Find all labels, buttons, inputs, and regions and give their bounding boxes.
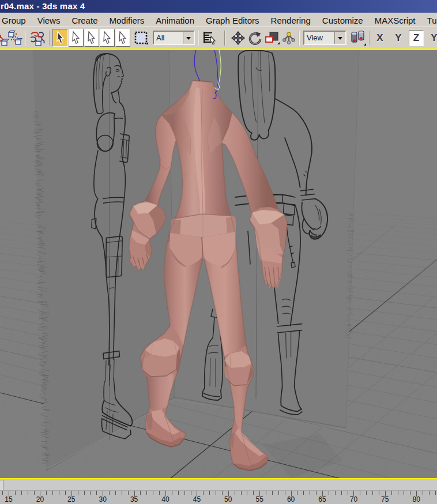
frame-tick — [278, 491, 279, 495]
viewport-scene — [0, 48, 437, 479]
menu-item-graph-editors[interactable]: Graph Editors — [200, 14, 265, 27]
menu-item-tu[interactable]: Tu — [421, 14, 437, 27]
frame-tick — [21, 491, 22, 495]
frame-tick — [216, 491, 216, 495]
active-viewport-border-top — [0, 48, 437, 50]
cursor-flyout-icon-2[interactable] — [84, 29, 99, 47]
bind-to-space-warp-icon[interactable] — [28, 29, 47, 47]
reference-coordinate-system-dropdown-button[interactable] — [334, 32, 345, 44]
select-object-cursor-icon[interactable] — [52, 29, 68, 47]
menu-item-views[interactable]: Views — [32, 14, 66, 27]
cursor-flyout-icon-4[interactable] — [115, 29, 130, 47]
frame-tick — [241, 491, 242, 495]
frame-number-label: 35 — [130, 495, 138, 503]
restrict-to-plane-label: Y — [431, 32, 437, 44]
toolbar-separator — [224, 31, 225, 46]
frame-tick — [178, 491, 179, 495]
frame-tick — [272, 491, 273, 495]
frame-tick — [435, 491, 436, 495]
selection-filter-dropdown-button[interactable] — [183, 32, 194, 44]
frame-number-label: 15 — [5, 495, 12, 503]
restrict-to-x-button[interactable]: X — [372, 30, 387, 46]
frame-number-label: 60 — [287, 495, 295, 503]
cursor-flyout-icon-1[interactable] — [69, 29, 84, 47]
frame-tick — [59, 491, 59, 495]
frame-tick — [52, 491, 53, 495]
frame-number-label: 80 — [413, 495, 420, 503]
select-and-scale-icon[interactable] — [263, 29, 281, 47]
selection-filter-value: All — [154, 32, 183, 44]
frame-number-label: 70 — [350, 495, 357, 503]
restrict-to-z-button[interactable]: Z — [409, 30, 424, 46]
frame-tick — [78, 491, 78, 495]
rectangular-selection-region-icon[interactable] — [133, 29, 150, 47]
main-toolbar: All — [0, 27, 437, 48]
frame-tick — [429, 491, 430, 495]
select-and-move-icon[interactable] — [230, 29, 246, 47]
frame-tick — [348, 491, 348, 495]
menu-item-create[interactable]: Create — [66, 14, 103, 27]
window-title-bar[interactable]: r04.max - 3ds max 4 — [0, 0, 437, 13]
frame-tick — [65, 491, 66, 495]
frame-number-label: 50 — [224, 495, 232, 503]
time-slider-strip[interactable] — [0, 479, 437, 490]
frame-tick — [285, 491, 285, 495]
select-and-manipulate-icon[interactable] — [281, 29, 296, 47]
track-bar-ruler[interactable]: 1520253035404550556065707580 — [0, 490, 437, 504]
frame-tick — [2, 491, 3, 495]
frame-tick — [115, 491, 116, 495]
menu-item-rendering[interactable]: Rendering — [265, 14, 317, 27]
active-viewport-border-bottom — [0, 478, 437, 479]
toolbar-separator — [198, 31, 199, 46]
frame-number-label: 45 — [193, 495, 201, 503]
frame-tick — [297, 491, 297, 495]
frame-tick — [128, 491, 129, 495]
frame-tick — [335, 491, 336, 495]
frame-tick — [423, 491, 423, 495]
selection-filter-dropdown[interactable]: All — [153, 31, 195, 45]
restrict-to-plane-button-partial[interactable]: Y — [428, 30, 437, 46]
frame-tick — [398, 491, 398, 495]
menu-item-maxscript[interactable]: MAXScript — [369, 14, 421, 27]
restrict-to-y-button[interactable]: Y — [391, 30, 406, 46]
reference-coordinate-system-dropdown[interactable]: View — [303, 31, 346, 45]
frame-tick — [84, 491, 85, 495]
frame-tick — [329, 491, 329, 495]
frame-tick — [303, 491, 304, 495]
frame-tick — [247, 491, 247, 495]
select-by-name-icon[interactable] — [202, 29, 217, 47]
select-and-rotate-icon[interactable] — [246, 29, 263, 47]
frame-tick — [96, 491, 97, 495]
frame-number-label: 75 — [381, 495, 389, 503]
time-slider-end-cap — [0, 480, 3, 490]
toolbar-separator — [369, 31, 370, 46]
frame-tick — [159, 491, 160, 495]
frame-tick — [222, 491, 223, 495]
frame-number-label: 20 — [36, 495, 44, 503]
frame-tick — [191, 491, 191, 495]
track-bar-area: 1520253035404550556065707580 — [0, 479, 437, 504]
frame-tick — [341, 491, 342, 495]
toolbar-separator — [299, 31, 300, 46]
frame-tick — [360, 491, 360, 495]
frame-number-label: 40 — [161, 495, 169, 503]
frame-tick — [266, 491, 266, 495]
use-pivot-point-center-icon[interactable] — [348, 29, 368, 47]
restrict-to-y-label: Y — [395, 32, 401, 44]
frame-tick — [316, 491, 317, 495]
frame-tick — [46, 491, 47, 495]
perspective-viewport[interactable] — [0, 48, 437, 479]
frame-number-label: 65 — [318, 495, 326, 503]
3ds-max-application-window: r04.max - 3ds max 4 GroupViewsCreateModi… — [0, 0, 437, 504]
menu-item-customize[interactable]: Customize — [317, 14, 369, 27]
menu-item-group[interactable]: Group — [0, 14, 32, 27]
cursor-flyout-icon-3[interactable] — [100, 29, 115, 47]
restrict-to-x-label: X — [376, 32, 383, 44]
unlink-selection-icon[interactable] — [7, 29, 22, 47]
frame-tick — [140, 491, 141, 495]
select-and-link-icon[interactable] — [0, 29, 7, 47]
menu-item-modifiers[interactable]: Modifiers — [103, 14, 150, 27]
restrict-to-z-label: Z — [413, 32, 419, 44]
frame-tick — [184, 491, 185, 495]
menu-item-animation[interactable]: Animation — [150, 14, 200, 27]
